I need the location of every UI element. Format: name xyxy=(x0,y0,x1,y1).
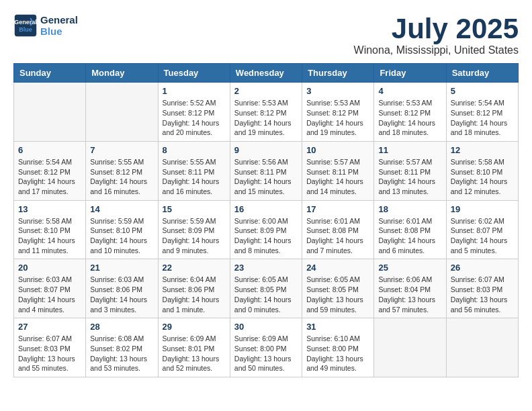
day-number: 29 xyxy=(163,322,226,332)
day-info: Sunrise: 5:54 AM Sunset: 8:12 PM Dayligh… xyxy=(451,98,514,138)
day-number: 21 xyxy=(90,263,153,273)
logo: General Blue General Blue xyxy=(13,13,78,38)
day-number: 25 xyxy=(378,263,441,273)
calendar-cell: 9Sunrise: 5:56 AM Sunset: 8:11 PM Daylig… xyxy=(230,141,302,200)
calendar-cell: 27Sunrise: 6:07 AM Sunset: 8:03 PM Dayli… xyxy=(14,318,86,377)
day-number: 1 xyxy=(163,86,226,96)
calendar-cell: 13Sunrise: 5:58 AM Sunset: 8:10 PM Dayli… xyxy=(14,200,86,259)
day-info: Sunrise: 5:59 AM Sunset: 8:10 PM Dayligh… xyxy=(90,216,153,256)
calendar-cell: 29Sunrise: 6:09 AM Sunset: 8:01 PM Dayli… xyxy=(158,318,230,377)
calendar-cell: 25Sunrise: 6:06 AM Sunset: 8:04 PM Dayli… xyxy=(374,259,446,318)
day-number: 17 xyxy=(306,204,369,214)
location: Winona, Mississippi, United States xyxy=(354,44,519,56)
calendar-cell xyxy=(14,83,86,142)
calendar-cell: 19Sunrise: 6:02 AM Sunset: 8:07 PM Dayli… xyxy=(446,200,518,259)
day-number: 5 xyxy=(451,86,514,96)
day-number: 19 xyxy=(451,204,514,214)
day-info: Sunrise: 6:03 AM Sunset: 8:06 PM Dayligh… xyxy=(90,275,153,314)
week-row-1: 1Sunrise: 5:52 AM Sunset: 8:12 PM Daylig… xyxy=(14,83,519,142)
day-info: Sunrise: 6:09 AM Sunset: 8:00 PM Dayligh… xyxy=(234,334,298,373)
day-info: Sunrise: 6:00 AM Sunset: 8:09 PM Dayligh… xyxy=(234,216,298,256)
calendar-cell: 30Sunrise: 6:09 AM Sunset: 8:00 PM Dayli… xyxy=(230,318,302,377)
day-number: 9 xyxy=(234,145,298,155)
day-info: Sunrise: 6:03 AM Sunset: 8:07 PM Dayligh… xyxy=(18,275,81,314)
calendar-cell: 2Sunrise: 5:53 AM Sunset: 8:12 PM Daylig… xyxy=(230,83,302,142)
day-info: Sunrise: 6:04 AM Sunset: 8:06 PM Dayligh… xyxy=(163,275,226,314)
day-info: Sunrise: 5:53 AM Sunset: 8:12 PM Dayligh… xyxy=(234,98,298,138)
calendar-cell: 23Sunrise: 6:05 AM Sunset: 8:05 PM Dayli… xyxy=(230,259,302,318)
weekday-header-friday: Friday xyxy=(374,64,446,83)
calendar-cell: 10Sunrise: 5:57 AM Sunset: 8:11 PM Dayli… xyxy=(302,141,374,200)
day-info: Sunrise: 5:59 AM Sunset: 8:09 PM Dayligh… xyxy=(163,216,226,256)
logo-icon: General Blue xyxy=(13,13,38,38)
calendar-cell: 15Sunrise: 5:59 AM Sunset: 8:09 PM Dayli… xyxy=(158,200,230,259)
week-row-5: 27Sunrise: 6:07 AM Sunset: 8:03 PM Dayli… xyxy=(14,318,519,377)
week-row-2: 6Sunrise: 5:54 AM Sunset: 8:12 PM Daylig… xyxy=(14,141,519,200)
calendar-cell: 6Sunrise: 5:54 AM Sunset: 8:12 PM Daylig… xyxy=(14,141,86,200)
weekday-header-saturday: Saturday xyxy=(446,64,518,83)
day-number: 10 xyxy=(306,145,369,155)
day-info: Sunrise: 5:53 AM Sunset: 8:12 PM Dayligh… xyxy=(306,98,369,138)
calendar-cell: 12Sunrise: 5:58 AM Sunset: 8:10 PM Dayli… xyxy=(446,141,518,200)
weekday-header-wednesday: Wednesday xyxy=(230,64,302,83)
svg-text:Blue: Blue xyxy=(19,26,32,33)
weekday-header-thursday: Thursday xyxy=(302,64,374,83)
day-info: Sunrise: 6:02 AM Sunset: 8:07 PM Dayligh… xyxy=(451,216,514,256)
day-number: 6 xyxy=(18,145,81,155)
svg-text:General: General xyxy=(14,19,37,26)
day-info: Sunrise: 6:06 AM Sunset: 8:04 PM Dayligh… xyxy=(378,275,441,314)
day-number: 15 xyxy=(163,204,226,214)
day-number: 3 xyxy=(306,86,369,96)
day-info: Sunrise: 5:58 AM Sunset: 8:10 PM Dayligh… xyxy=(451,157,514,197)
calendar-cell: 21Sunrise: 6:03 AM Sunset: 8:06 PM Dayli… xyxy=(86,259,158,318)
day-number: 18 xyxy=(378,204,441,214)
day-number: 28 xyxy=(90,322,153,332)
day-number: 31 xyxy=(306,322,369,332)
day-number: 30 xyxy=(234,322,298,332)
calendar-cell: 24Sunrise: 6:05 AM Sunset: 8:05 PM Dayli… xyxy=(302,259,374,318)
calendar-cell: 22Sunrise: 6:04 AM Sunset: 8:06 PM Dayli… xyxy=(158,259,230,318)
day-number: 16 xyxy=(234,204,298,214)
day-info: Sunrise: 5:56 AM Sunset: 8:11 PM Dayligh… xyxy=(234,157,298,197)
weekday-header-tuesday: Tuesday xyxy=(158,64,230,83)
day-number: 13 xyxy=(18,204,81,214)
calendar-cell xyxy=(86,83,158,142)
day-number: 8 xyxy=(163,145,226,155)
day-number: 7 xyxy=(90,145,153,155)
day-info: Sunrise: 6:10 AM Sunset: 8:00 PM Dayligh… xyxy=(306,334,369,373)
weekday-header-monday: Monday xyxy=(86,64,158,83)
day-info: Sunrise: 6:09 AM Sunset: 8:01 PM Dayligh… xyxy=(163,334,226,373)
day-info: Sunrise: 5:57 AM Sunset: 8:11 PM Dayligh… xyxy=(378,157,441,197)
day-number: 26 xyxy=(451,263,514,273)
calendar-cell: 14Sunrise: 5:59 AM Sunset: 8:10 PM Dayli… xyxy=(86,200,158,259)
calendar-cell: 16Sunrise: 6:00 AM Sunset: 8:09 PM Dayli… xyxy=(230,200,302,259)
weekday-header-row: SundayMondayTuesdayWednesdayThursdayFrid… xyxy=(14,64,519,83)
day-number: 4 xyxy=(378,86,441,96)
month-title: July 2025 xyxy=(354,13,519,44)
day-info: Sunrise: 6:05 AM Sunset: 8:05 PM Dayligh… xyxy=(234,275,298,314)
calendar-cell: 26Sunrise: 6:07 AM Sunset: 8:03 PM Dayli… xyxy=(446,259,518,318)
day-number: 27 xyxy=(18,322,81,332)
calendar-cell: 11Sunrise: 5:57 AM Sunset: 8:11 PM Dayli… xyxy=(374,141,446,200)
day-info: Sunrise: 6:01 AM Sunset: 8:08 PM Dayligh… xyxy=(306,216,369,256)
calendar-cell: 18Sunrise: 6:01 AM Sunset: 8:08 PM Dayli… xyxy=(374,200,446,259)
weekday-header-sunday: Sunday xyxy=(14,64,86,83)
calendar-cell: 7Sunrise: 5:55 AM Sunset: 8:12 PM Daylig… xyxy=(86,141,158,200)
day-info: Sunrise: 6:08 AM Sunset: 8:02 PM Dayligh… xyxy=(90,334,153,373)
week-row-4: 20Sunrise: 6:03 AM Sunset: 8:07 PM Dayli… xyxy=(14,259,519,318)
day-number: 22 xyxy=(163,263,226,273)
day-number: 14 xyxy=(90,204,153,214)
day-number: 24 xyxy=(306,263,369,273)
calendar-cell: 28Sunrise: 6:08 AM Sunset: 8:02 PM Dayli… xyxy=(86,318,158,377)
calendar-cell: 5Sunrise: 5:54 AM Sunset: 8:12 PM Daylig… xyxy=(446,83,518,142)
day-info: Sunrise: 5:52 AM Sunset: 8:12 PM Dayligh… xyxy=(163,98,226,138)
page-header: General Blue General Blue July 2025 Wino… xyxy=(13,13,519,56)
day-info: Sunrise: 6:07 AM Sunset: 8:03 PM Dayligh… xyxy=(18,334,81,373)
calendar-table: SundayMondayTuesdayWednesdayThursdayFrid… xyxy=(13,63,519,377)
logo-line2: Blue xyxy=(40,26,78,37)
day-info: Sunrise: 6:05 AM Sunset: 8:05 PM Dayligh… xyxy=(306,275,369,314)
day-info: Sunrise: 5:55 AM Sunset: 8:11 PM Dayligh… xyxy=(163,157,226,197)
day-number: 23 xyxy=(234,263,298,273)
day-info: Sunrise: 5:58 AM Sunset: 8:10 PM Dayligh… xyxy=(18,216,81,256)
calendar-cell: 31Sunrise: 6:10 AM Sunset: 8:00 PM Dayli… xyxy=(302,318,374,377)
